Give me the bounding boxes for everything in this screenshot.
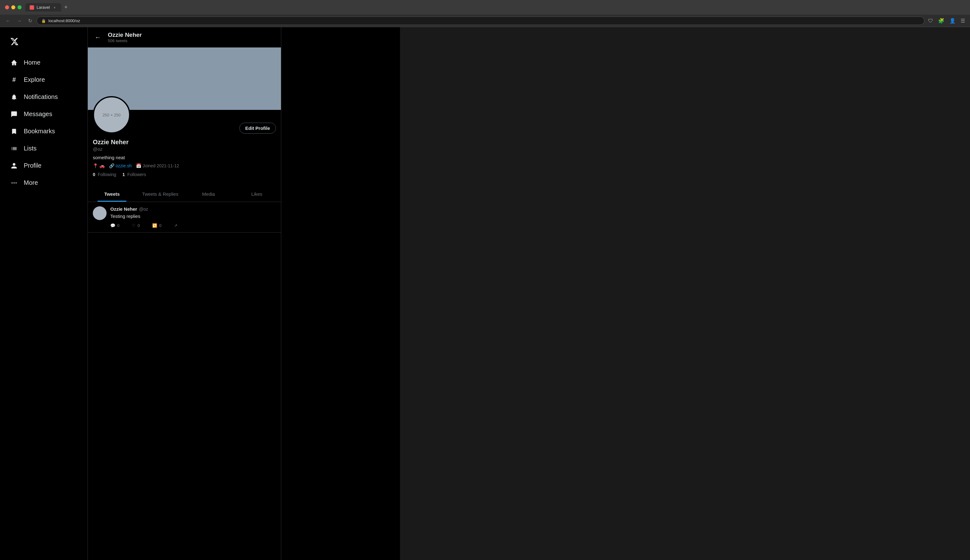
sidebar: Home # Explore Notifications Messages Bo… [0, 27, 87, 560]
tab-media[interactable]: Media [184, 187, 233, 202]
address-bar[interactable]: 🔒 localhost:8000/oz [37, 17, 924, 25]
profile-bio: something neat [93, 155, 276, 160]
home-icon [10, 59, 18, 66]
tweet-actions: 💬 0 ♡ 0 🔁 0 ↗ [110, 223, 276, 228]
profile-meta: 📍 🚗 🔗 ozzie.sh 📅 Joined 2021-11-12 [93, 163, 276, 168]
comment-action[interactable]: 💬 0 [110, 223, 119, 228]
profile-header-bar: ← Ozzie Neher 506 tweets [88, 27, 281, 47]
sidebar-item-profile-label: Profile [24, 162, 42, 169]
sidebar-item-home[interactable]: Home [5, 55, 82, 70]
tab-favicon [30, 5, 34, 10]
maximize-window-button[interactable] [17, 5, 22, 9]
brave-shield-icon[interactable]: 🛡 [927, 17, 934, 25]
sidebar-logo [5, 33, 82, 51]
joined-text: Joined 2021-11-12 [142, 163, 179, 168]
comment-count: 0 [117, 223, 119, 228]
sidebar-item-explore-label: Explore [24, 76, 45, 83]
sidebar-item-lists[interactable]: Lists [5, 140, 82, 157]
like-icon: ♡ [132, 223, 135, 228]
following-label: Following [98, 172, 116, 177]
extensions-icon[interactable]: 🧩 [937, 17, 946, 25]
avatar-placeholder-text: 250 × 250 [102, 113, 120, 117]
sidebar-item-more-label: More [24, 179, 38, 187]
tweet-item: Ozzie Neher @oz Testing replies 💬 0 ♡ 0 … [88, 202, 281, 233]
right-panel [281, 27, 400, 560]
sidebar-item-messages[interactable]: Messages [5, 106, 82, 122]
sidebar-item-lists-label: Lists [24, 145, 37, 152]
like-action[interactable]: ♡ 0 [132, 223, 140, 228]
sidebar-item-notifications[interactable]: Notifications [5, 89, 82, 105]
sidebar-item-more[interactable]: More [5, 175, 82, 191]
tab-media-label: Media [202, 192, 215, 197]
edit-profile-button[interactable]: Edit Profile [239, 123, 276, 133]
forward-button[interactable]: → [15, 17, 24, 25]
followers-count: 1 [122, 172, 125, 177]
tab-tweets-label: Tweets [104, 192, 120, 197]
tab-likes[interactable]: Likes [233, 187, 281, 202]
explore-icon: # [10, 76, 18, 83]
retweet-count: 0 [159, 223, 161, 228]
tweet-header: Ozzie Neher @oz [110, 206, 276, 212]
tab-likes-label: Likes [251, 192, 262, 197]
calendar-icon: 📅 [136, 163, 141, 168]
menu-icon[interactable]: ☰ [959, 17, 966, 25]
sidebar-item-messages-label: Messages [24, 110, 52, 118]
notifications-icon [10, 93, 18, 100]
close-window-button[interactable] [5, 5, 9, 9]
svg-point-2 [16, 182, 17, 183]
tab-tweets-replies[interactable]: Tweets & Replies [136, 187, 185, 202]
svg-point-0 [12, 182, 13, 183]
profile-icon[interactable]: 👤 [948, 17, 957, 25]
active-tab[interactable]: Laravel × [25, 3, 61, 12]
tweet-author: Ozzie Neher [110, 206, 137, 212]
tab-bar: Laravel × + [25, 3, 965, 12]
sidebar-item-notifications-label: Notifications [24, 93, 58, 100]
bookmarks-icon [10, 128, 18, 135]
link-icon: 🔗 [109, 163, 114, 168]
sidebar-item-bookmarks[interactable]: Bookmarks [5, 123, 82, 139]
following-stat[interactable]: 0 Following [93, 172, 116, 177]
profile-link[interactable]: ozzie.sh [115, 163, 132, 168]
share-icon: ↗ [174, 223, 177, 228]
profile-header-info: Ozzie Neher 506 tweets [108, 32, 142, 43]
sidebar-item-explore[interactable]: # Explore [5, 72, 82, 88]
tab-tweets-replies-label: Tweets & Replies [142, 192, 179, 197]
browser-chrome: Laravel × + ← → ↻ 🔒 localhost:8000/oz 🛡 … [0, 0, 970, 27]
tweet-handle: @oz [139, 207, 148, 212]
profile-nav-icon [10, 162, 18, 169]
profile-tweet-count: 506 tweets [108, 38, 142, 43]
twitter-logo-icon [10, 37, 19, 46]
avatar: 250 × 250 [93, 96, 130, 133]
browser-titlebar: Laravel × + [0, 0, 970, 15]
followers-stat[interactable]: 1 Followers [122, 172, 146, 177]
tab-tweets[interactable]: Tweets [88, 187, 136, 202]
profile-header-name: Ozzie Neher [108, 32, 142, 38]
back-button[interactable]: ← [4, 17, 12, 25]
joined-meta: 📅 Joined 2021-11-12 [136, 163, 179, 168]
like-count: 0 [137, 223, 140, 228]
security-icon: 🔒 [41, 19, 46, 23]
location-icon: 📍 [93, 163, 98, 168]
location-emoji: 🚗 [99, 163, 105, 168]
new-tab-button[interactable]: + [62, 4, 70, 11]
more-icon [10, 180, 18, 187]
comment-icon: 💬 [110, 223, 115, 228]
profile-section: 250 × 250 Edit Profile Ozzie Neher @oz s… [88, 110, 281, 182]
tweet-text: Testing replies [110, 213, 276, 220]
tab-close-button[interactable]: × [52, 5, 57, 10]
retweet-action[interactable]: 🔁 0 [152, 223, 161, 228]
profile-top-row: 250 × 250 Edit Profile [93, 96, 276, 133]
back-button[interactable]: ← [93, 32, 103, 43]
location-meta: 📍 🚗 [93, 163, 105, 168]
minimize-window-button[interactable] [11, 5, 15, 9]
share-action[interactable]: ↗ [174, 223, 177, 228]
sidebar-item-bookmarks-label: Bookmarks [24, 128, 55, 135]
browser-toolbar: ← → ↻ 🔒 localhost:8000/oz 🛡 🧩 👤 ☰ [0, 15, 970, 27]
reload-button[interactable]: ↻ [26, 17, 34, 25]
svg-point-1 [13, 182, 15, 183]
sidebar-item-profile[interactable]: Profile [5, 158, 82, 173]
profile-name: Ozzie Neher [93, 138, 276, 146]
profile-handle: @oz [93, 147, 276, 152]
tab-label: Laravel [37, 5, 50, 10]
messages-icon [10, 111, 18, 118]
